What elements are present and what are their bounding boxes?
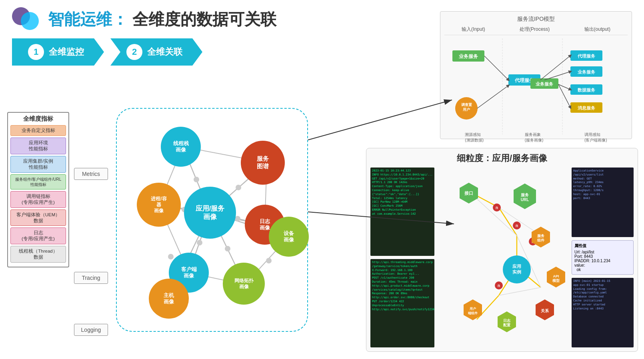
side-label-logging: Logging xyxy=(74,288,108,336)
network-diagram: 应用/服务画像 服务图谱 线程栈画像 进程/容器画像 日志画像 客户端画像 网络… xyxy=(116,108,308,332)
svg-point-27 xyxy=(266,258,272,263)
logo-icon xyxy=(12,7,40,31)
fine-grain-title: 细粒度：应用/服务画像 xyxy=(370,152,634,164)
ipo-title: 服务流IPO模型 xyxy=(444,16,628,23)
svg-text:应用: 应用 xyxy=(512,264,521,269)
side-label-metrics: Metrics xyxy=(74,168,108,180)
metric-item-2: 应用集群/实例性能指标 xyxy=(10,156,66,173)
step-2-circle: 2 xyxy=(126,44,142,60)
svg-text:n: n xyxy=(498,283,500,288)
ipo-inner: 业务服务 代理服务 代理服务 业务服务 业务服务 数据服务 消息服务 调查置 用… xyxy=(444,38,628,134)
metric-item-3: 服务组件/客户端组件/URL性能指标 xyxy=(10,174,66,189)
svg-text:URL: URL xyxy=(521,197,529,202)
title-brand: 智能运维： xyxy=(48,10,128,28)
svg-point-17 xyxy=(194,177,199,182)
tracing-label: Tracing xyxy=(74,272,108,284)
side-label-tracing: Tracing xyxy=(74,236,108,284)
step-2-label: 全维关联 xyxy=(147,46,182,58)
svg-line-51 xyxy=(558,84,570,90)
fg-center: 接口 服务 URL n n n 1 n n xyxy=(437,168,569,347)
logging-label: Logging xyxy=(74,324,108,336)
svg-text:n: n xyxy=(516,223,518,228)
fg-log-block-2: http://api.threading.middleware.corp /ga… xyxy=(370,259,434,347)
metrics-label: Metrics xyxy=(74,168,108,180)
left-panel-title: 全维度指标 xyxy=(10,115,66,123)
svg-text:代理服务: 代理服务 xyxy=(577,54,596,58)
svg-text:端组件: 端组件 xyxy=(468,311,478,315)
svg-point-22 xyxy=(225,246,230,251)
svg-point-21 xyxy=(197,240,202,245)
title-rest: 全维度的数据可关联 xyxy=(128,10,276,28)
step-1-arrow: 1 全维监控 xyxy=(12,38,104,66)
node-thread: 线程栈画像 xyxy=(161,127,201,167)
node-device: 设备画像 xyxy=(269,217,309,257)
svg-line-52 xyxy=(558,84,570,108)
svg-text:实例: 实例 xyxy=(512,269,521,274)
svg-text:服务: 服务 xyxy=(520,193,529,197)
svg-text:服务: 服务 xyxy=(537,234,545,238)
svg-text:业务服务: 业务服务 xyxy=(578,70,596,74)
ipo-bottom-1: 服务画象(服务画像) xyxy=(525,132,544,143)
left-panel: 全维度指标 业务自定义指标 应用环境性能指标 应用集群/实例性能指标 服务组件/… xyxy=(7,112,69,267)
svg-text:数据服务: 数据服务 xyxy=(577,88,596,92)
node-process: 进程/容器画像 xyxy=(137,183,181,227)
svg-text:配置: 配置 xyxy=(503,323,511,327)
svg-text:用户: 用户 xyxy=(462,107,470,112)
fg-network-svg: 接口 服务 URL n n n 1 n n xyxy=(437,168,569,339)
svg-text:接口: 接口 xyxy=(464,191,473,195)
fg-log-block-1: 2023-01-15 10:23:44.123 INFO https://10.… xyxy=(370,168,434,256)
svg-text:消息服务: 消息服务 xyxy=(578,106,596,110)
fg-left-panel: 2023-01-15 10:23:44.123 INFO https://10.… xyxy=(370,168,434,347)
step-2-arrow: 2 全维关联 xyxy=(110,38,202,66)
metric-item-1: 应用环境性能指标 xyxy=(10,138,66,154)
ipo-col-process: 处理(Process) xyxy=(520,26,550,33)
svg-line-98 xyxy=(308,100,452,140)
node-host: 主机画像 xyxy=(149,279,189,319)
fg-info-block: 属性值 Url: /api/list Port: 8443 IPADDR: 10… xyxy=(572,240,634,275)
svg-text:业务服务: 业务服务 xyxy=(459,54,478,59)
svg-text:日志: 日志 xyxy=(503,319,511,323)
ipo-box: 服务流IPO模型 输入(Input) 处理(Process) 输出(output… xyxy=(440,11,632,139)
metric-item-7: 线程栈（Thread）数据 xyxy=(10,246,66,263)
fg-code-block-1: ApplicationService /api/v2/users/list me… xyxy=(572,168,634,237)
metric-item-6: 日志(专用/应用产生) xyxy=(10,227,66,244)
svg-point-18 xyxy=(236,185,241,190)
svg-line-48 xyxy=(477,86,508,108)
svg-text:组件: 组件 xyxy=(537,238,545,242)
ipo-bottom-2: 调用感知(客户端画像) xyxy=(584,132,607,143)
ipo-bottom-0: 溯源感知(溯源数据) xyxy=(465,132,484,143)
page-title: 智能运维： 全维度的数据可关联 xyxy=(48,8,276,30)
fg-right-panel: ApplicationService /api/v2/users/list me… xyxy=(572,168,634,347)
step-1-circle: 1 xyxy=(28,44,44,60)
node-center: 应用/服务画像 xyxy=(184,187,236,239)
metric-item-5: 客户端体验（UEM）数据 xyxy=(10,209,66,226)
svg-text:关系: 关系 xyxy=(540,309,549,313)
svg-text:调查置: 调查置 xyxy=(461,103,472,107)
metric-item-4: 调用链指标(专用/应用产生) xyxy=(10,191,66,208)
fg-code-block-2: INFO [main] 2023-01-15 app-svc-01 startu… xyxy=(572,278,634,347)
svg-text:业务服务: 业务服务 xyxy=(536,82,554,86)
svg-text:API: API xyxy=(553,274,559,278)
ipo-columns: 输入(Input) 处理(Process) 输出(output) xyxy=(444,26,628,35)
ipo-col-output: 输出(output) xyxy=(584,26,610,33)
svg-point-25 xyxy=(168,254,174,259)
ipo-col-input: 输入(Input) xyxy=(462,26,485,33)
node-service-map: 服务图谱 xyxy=(241,141,285,185)
fine-grain-box: 细粒度：应用/服务画像 2023-01-15 10:23:44.123 INFO… xyxy=(366,148,638,352)
metric-item-0: 业务自定义指标 xyxy=(10,125,66,136)
svg-line-62 xyxy=(499,287,541,295)
svg-text:模型: 模型 xyxy=(552,279,560,283)
svg-line-47 xyxy=(484,56,508,80)
fg-inner: 2023-01-15 10:23:44.123 INFO https://10.… xyxy=(370,168,634,347)
ipo-svg: 业务服务 代理服务 代理服务 业务服务 业务服务 数据服务 消息服务 调查置 用… xyxy=(444,38,628,134)
node-network: 网络拓扑画像 xyxy=(223,263,265,305)
svg-text:n: n xyxy=(496,205,498,210)
svg-text:用户: 用户 xyxy=(469,307,476,311)
step-1-label: 全维监控 xyxy=(49,46,84,58)
